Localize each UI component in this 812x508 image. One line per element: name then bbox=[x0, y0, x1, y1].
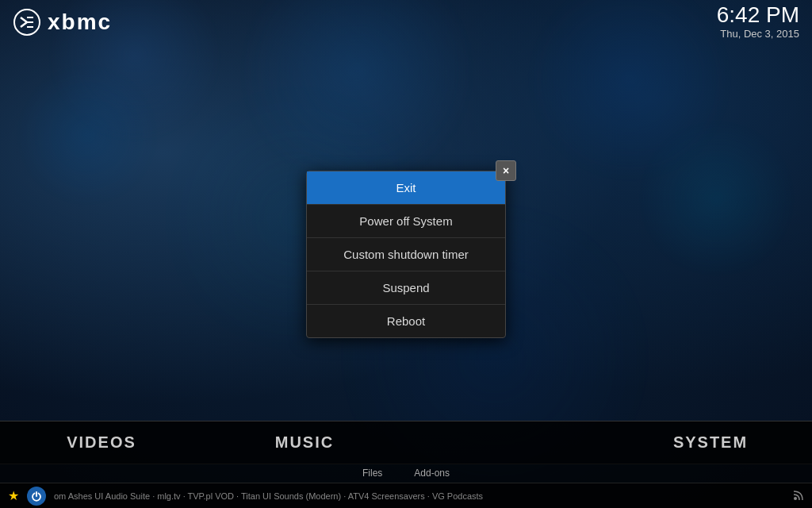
dialog-overlay: × Exit Power off System Custom shutdown … bbox=[0, 0, 812, 508]
custom-shutdown-timer-button[interactable]: Custom shutdown timer bbox=[307, 238, 505, 271]
shutdown-dialog: × Exit Power off System Custom shutdown … bbox=[306, 171, 506, 338]
reboot-button[interactable]: Reboot bbox=[307, 305, 505, 337]
suspend-button[interactable]: Suspend bbox=[307, 271, 505, 305]
exit-button[interactable]: Exit bbox=[307, 171, 505, 205]
dialog-close-button[interactable]: × bbox=[496, 160, 516, 181]
power-off-button[interactable]: Power off System bbox=[307, 205, 505, 238]
